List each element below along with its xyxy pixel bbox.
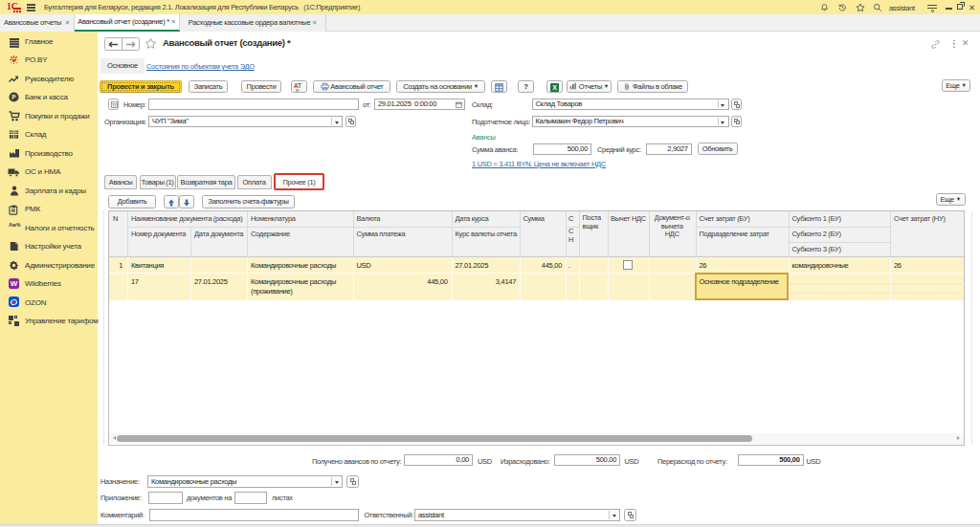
- svg-text:Р: Р: [11, 94, 16, 100]
